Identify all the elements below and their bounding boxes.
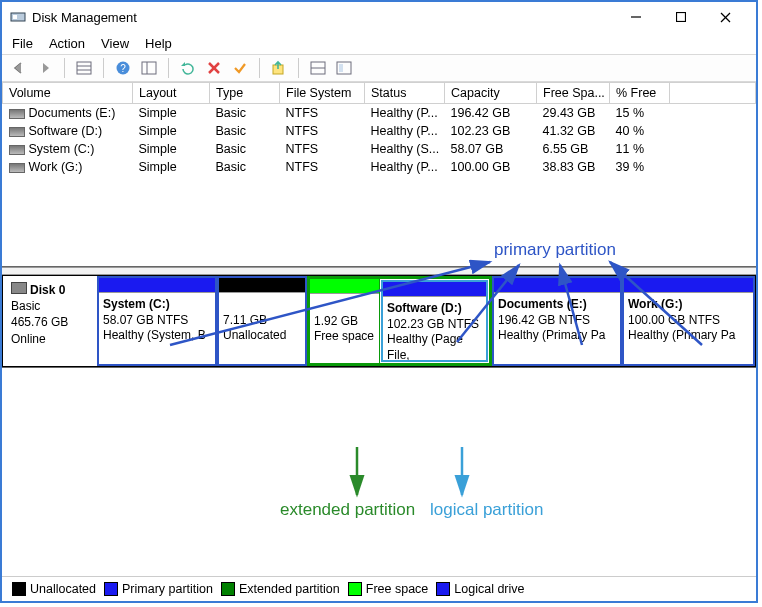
table-row[interactable]: Documents (E:)SimpleBasicNTFSHealthy (P.… — [3, 104, 756, 123]
back-button[interactable] — [8, 57, 30, 79]
col-fs[interactable]: File System — [280, 83, 365, 104]
col-pct[interactable]: % Free — [610, 83, 670, 104]
col-volume[interactable]: Volume — [3, 83, 133, 104]
partition-software-d[interactable]: Software (D:)102.23 GB NTFSHealthy (Page… — [381, 280, 488, 362]
legend-swatch-free — [348, 582, 362, 596]
col-capacity[interactable]: Capacity — [445, 83, 537, 104]
table-row[interactable]: System (C:)SimpleBasicNTFSHealthy (S...5… — [3, 140, 756, 158]
partition-extended[interactable]: 1.92 GBFree space Software (D:)102.23 GB… — [307, 276, 492, 366]
legend-swatch-extended — [221, 582, 235, 596]
legend-swatch-primary — [104, 582, 118, 596]
legend-swatch-unallocated — [12, 582, 26, 596]
refresh-button[interactable] — [177, 57, 199, 79]
col-free[interactable]: Free Spa... — [537, 83, 610, 104]
volume-icon — [9, 109, 25, 119]
svg-text:?: ? — [120, 63, 126, 74]
menubar: File Action View Help — [2, 32, 756, 54]
menu-file[interactable]: File — [12, 36, 33, 51]
annotation-logical: logical partition — [430, 500, 543, 520]
table-row[interactable]: Work (G:)SimpleBasicNTFSHealthy (P...100… — [3, 158, 756, 176]
menu-action[interactable]: Action — [49, 36, 85, 51]
menu-help[interactable]: Help — [145, 36, 172, 51]
apply-button[interactable] — [229, 57, 251, 79]
partition-unallocated[interactable]: 7.11 GBUnallocated — [217, 276, 307, 366]
titlebar: Disk Management — [2, 2, 756, 32]
volume-icon — [9, 145, 25, 155]
help-button[interactable]: ? — [112, 57, 134, 79]
settings-list-button[interactable] — [138, 57, 160, 79]
close-button[interactable] — [703, 3, 748, 31]
menu-view[interactable]: View — [101, 36, 129, 51]
partition-system-c[interactable]: System (C:)58.07 GB NTFSHealthy (System,… — [97, 276, 217, 366]
toolbar: ? — [2, 54, 756, 82]
delete-button[interactable] — [203, 57, 225, 79]
svg-rect-11 — [142, 62, 156, 74]
partition-work-g[interactable]: Work (G:)100.00 GB NTFSHealthy (Primary … — [622, 276, 755, 366]
legend-swatch-logical — [436, 582, 450, 596]
disk-header[interactable]: Disk 0 Basic 465.76 GB Online — [2, 275, 97, 367]
maximize-button[interactable] — [658, 3, 703, 31]
export-button[interactable] — [268, 57, 290, 79]
splitter[interactable] — [2, 267, 756, 275]
col-type[interactable]: Type — [210, 83, 280, 104]
disk-map: Disk 0 Basic 465.76 GB Online System (C:… — [2, 275, 756, 368]
minimize-button[interactable] — [613, 3, 658, 31]
properties-button[interactable] — [333, 57, 355, 79]
col-blank[interactable] — [670, 83, 756, 104]
svg-rect-19 — [339, 64, 343, 72]
forward-button[interactable] — [34, 57, 56, 79]
volume-table[interactable]: Volume Layout Type File System Status Ca… — [2, 82, 756, 267]
disk-management-window: Disk Management File Action View Help ? — [0, 0, 758, 603]
disk-list-button[interactable] — [307, 57, 329, 79]
show-hide-tree-button[interactable] — [73, 57, 95, 79]
col-status[interactable]: Status — [365, 83, 445, 104]
table-row[interactable]: Software (D:)SimpleBasicNTFSHealthy (P..… — [3, 122, 756, 140]
volume-icon — [9, 127, 25, 137]
svg-rect-1 — [13, 15, 17, 19]
svg-rect-6 — [77, 62, 91, 74]
disk-icon — [11, 282, 27, 294]
svg-rect-3 — [676, 13, 685, 22]
partition-documents-e[interactable]: Documents (E:)196.42 GB NTFSHealthy (Pri… — [492, 276, 622, 366]
window-controls — [613, 3, 748, 31]
legend: Unallocated Primary partition Extended p… — [2, 576, 756, 601]
window-title: Disk Management — [32, 10, 137, 25]
annotation-extended: extended partition — [280, 500, 415, 520]
col-layout[interactable]: Layout — [133, 83, 210, 104]
app-icon — [10, 9, 26, 25]
volume-icon — [9, 163, 25, 173]
